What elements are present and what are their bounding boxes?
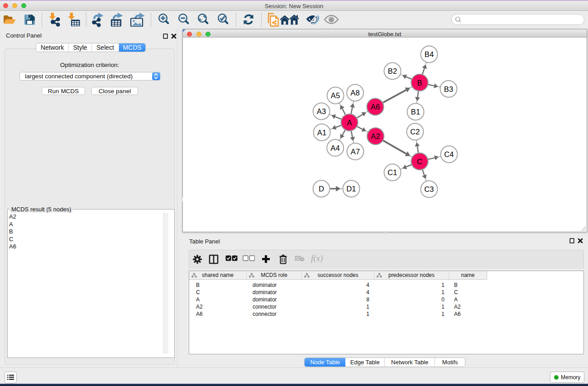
svg-text:B2: B2 xyxy=(388,67,397,75)
svg-text:A8: A8 xyxy=(350,89,360,97)
svg-text:A5: A5 xyxy=(331,91,340,100)
svg-text:B1: B1 xyxy=(411,108,421,116)
svg-text:C2: C2 xyxy=(410,128,420,136)
svg-text:D1: D1 xyxy=(346,185,356,193)
svg-text:A2: A2 xyxy=(371,132,380,140)
svg-text:C: C xyxy=(417,157,422,166)
svg-text:B3: B3 xyxy=(444,85,454,93)
svg-text:A7: A7 xyxy=(351,148,360,156)
svg-text:A4: A4 xyxy=(330,144,340,152)
svg-text:A6: A6 xyxy=(371,103,380,111)
svg-text:D: D xyxy=(319,185,324,193)
svg-text:B: B xyxy=(417,79,422,87)
svg-text:B4: B4 xyxy=(425,50,434,58)
svg-text:A: A xyxy=(347,119,352,127)
svg-text:C4: C4 xyxy=(444,150,454,158)
svg-text:A3: A3 xyxy=(317,107,326,115)
svg-text:A1: A1 xyxy=(317,129,327,137)
svg-text:C1: C1 xyxy=(387,168,397,176)
svg-text:C3: C3 xyxy=(424,185,434,193)
